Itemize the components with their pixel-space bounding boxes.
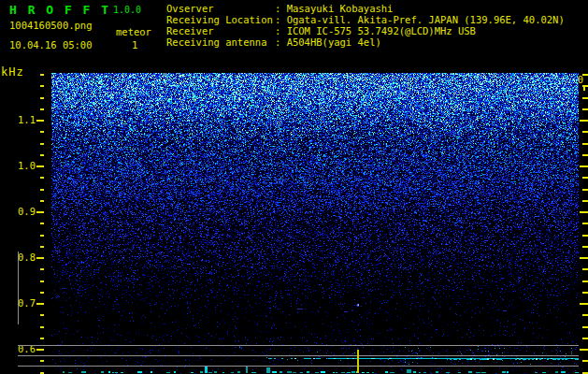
- info-row-1: Receiving Location: Ogata-vill. Akita-Pr…: [166, 14, 565, 25]
- freq-minor-tick-left: [40, 108, 44, 110]
- freq-major-tick-right: [580, 211, 588, 213]
- app-title: H R O F F T: [9, 3, 110, 17]
- freq-minor-tick-left: [40, 97, 44, 99]
- mode-label: meteor: [116, 26, 151, 37]
- info-value: : Ogata-vill. Akita-Pref. JAPAN (139.96E…: [275, 14, 565, 25]
- freq-major-tick-left: [36, 349, 44, 351]
- freq-minor-tick-right: [582, 246, 588, 248]
- freq-minor-tick-right: [582, 189, 588, 191]
- info-row-2: Receiver: ICOM IC-575 53.7492(@LCD)MHz U…: [166, 25, 565, 36]
- freq-major-tick-left: [36, 303, 44, 305]
- freq-minor-tick-right: [582, 177, 588, 179]
- freq-minor-tick-right: [582, 360, 588, 362]
- info-label: Ovserver: [166, 3, 275, 14]
- freq-minor-tick-right: [582, 338, 588, 339]
- freq-label-0.7: 0.7: [7, 297, 36, 309]
- freq-minor-tick-right: [582, 154, 588, 156]
- info-label: Receiver: [166, 25, 275, 36]
- freq-minor-tick-right: [582, 326, 588, 328]
- freq-label-0.8: 0.8: [7, 252, 36, 263]
- freq-minor-tick-left: [40, 177, 44, 179]
- freq-major-tick-right: [580, 165, 588, 167]
- freq-major-tick-left: [36, 120, 44, 122]
- freq-minor-tick-left: [40, 143, 44, 145]
- freq-minor-tick-right: [582, 280, 588, 282]
- level-grid-line-bottom: [18, 366, 579, 367]
- freq-minor-tick-right: [582, 314, 588, 316]
- freq-minor-tick-right: [582, 143, 588, 145]
- freq-axis-unit-label: kHz: [1, 65, 24, 79]
- freq-minor-tick-left: [40, 189, 44, 191]
- freq-minor-tick-left: [40, 360, 44, 362]
- freq-minor-tick-left: [40, 74, 44, 76]
- info-label: Receiving antenna: [166, 36, 275, 48]
- station-info-block: Ovserver: Masayuki KobayashiReceiving Lo…: [166, 3, 565, 48]
- freq-major-tick-left: [36, 257, 44, 259]
- freq-minor-tick-right: [582, 235, 588, 237]
- info-value: : A504HB(yagi 4el): [275, 36, 381, 48]
- freq-minor-tick-left: [40, 314, 44, 316]
- freq-minor-tick-right: [582, 223, 588, 224]
- freq-major-tick-left: [36, 211, 44, 213]
- spectrogram-canvas: [51, 73, 579, 374]
- level-grid-line-top: [18, 345, 579, 346]
- output-filename: 1004160500.png: [9, 20, 93, 31]
- hrofft-spectrogram-screen: H R O F F T 1.0.0 1004160500.png meteor …: [0, 0, 588, 374]
- freq-minor-tick-left: [40, 85, 44, 87]
- freq-minor-tick-left: [40, 326, 44, 328]
- freq-minor-tick-right: [582, 74, 588, 76]
- freq-minor-tick-right: [582, 200, 588, 202]
- freq-minor-tick-left: [40, 131, 44, 133]
- freq-minor-tick-right: [582, 292, 588, 294]
- info-value: : Masayuki Kobayashi: [275, 3, 393, 14]
- freq-minor-tick-right: [582, 85, 588, 87]
- echo-count: 1: [132, 39, 137, 50]
- freq-major-tick-right: [580, 120, 588, 122]
- freq-major-tick-left: [36, 165, 44, 167]
- info-row-3: Receiving antenna: A504HB(yagi 4el): [166, 36, 565, 48]
- freq-major-tick-right: [580, 303, 588, 305]
- freq-major-tick-right: [580, 349, 588, 351]
- freq-major-tick-right: [580, 257, 588, 259]
- freq-minor-tick-left: [40, 280, 44, 282]
- freq-minor-tick-right: [582, 97, 588, 99]
- datetime-label: 10.04.16 05:00: [9, 39, 93, 50]
- freq-minor-tick-left: [40, 154, 44, 156]
- app-version: 1.0.0: [113, 5, 141, 15]
- freq-minor-tick-left: [40, 268, 44, 270]
- freq-label-0.9: 0.9: [7, 206, 36, 217]
- freq-label-1.0: 1.0: [7, 160, 36, 171]
- freq-minor-tick-left: [40, 223, 44, 224]
- freq-minor-tick-left: [40, 200, 44, 202]
- info-label: Receiving Location: [166, 14, 275, 25]
- meteor-detection-marker: [357, 350, 359, 373]
- freq-minor-tick-right: [582, 268, 588, 270]
- freq-minor-tick-left: [40, 246, 44, 248]
- level-grid-line-mid: [18, 355, 579, 356]
- freq-minor-tick-right: [582, 108, 588, 110]
- level-scale-vertical-line: [18, 252, 19, 324]
- freq-label-1.1: 1.1: [7, 114, 36, 125]
- freq-minor-tick-right: [582, 131, 588, 133]
- freq-minor-tick-left: [40, 235, 44, 237]
- info-row-0: Ovserver: Masayuki Kobayashi: [166, 3, 565, 14]
- info-value: : ICOM IC-575 53.7492(@LCD)MHz USB: [275, 25, 476, 36]
- freq-minor-tick-left: [40, 338, 44, 339]
- freq-minor-tick-left: [40, 292, 44, 294]
